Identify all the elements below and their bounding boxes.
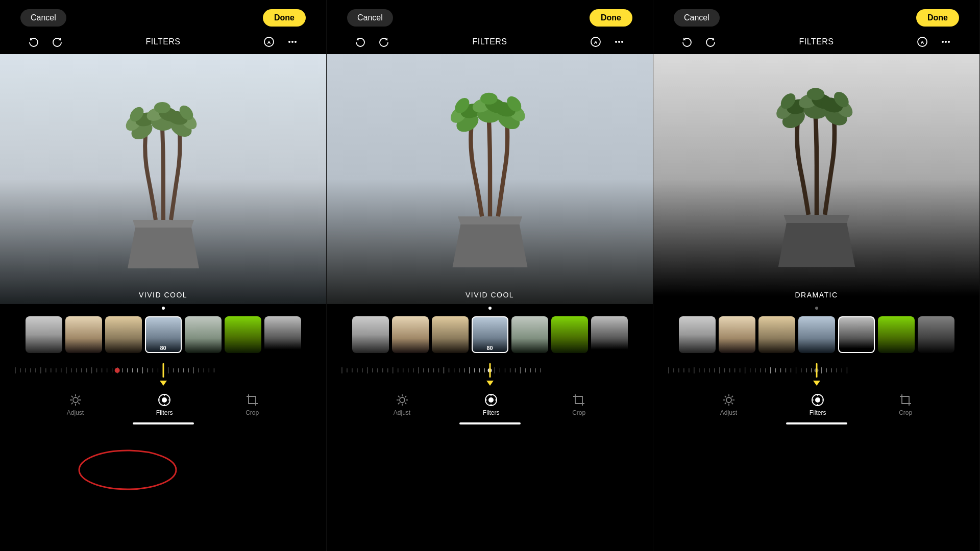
filter-thumb-4-2[interactable] bbox=[511, 316, 548, 353]
filter-strip-3 bbox=[653, 312, 979, 357]
filter-thumb-6-3[interactable] bbox=[918, 316, 954, 353]
toolbar2-right-2: A bbox=[587, 34, 627, 50]
cancel-button-2[interactable]: Cancel bbox=[347, 9, 393, 27]
crop-label-1: Crop bbox=[246, 409, 259, 416]
svg-point-82 bbox=[621, 41, 623, 43]
adjust-icon-3 bbox=[722, 393, 736, 407]
slider-track-1[interactable] bbox=[10, 361, 316, 380]
filter-thumb-1-2[interactable] bbox=[392, 316, 429, 353]
filters-icon-2 bbox=[484, 393, 498, 407]
crop-icon-3 bbox=[898, 393, 913, 407]
cancel-button-3[interactable]: Cancel bbox=[674, 9, 720, 27]
filter-thumb-1-1[interactable] bbox=[65, 316, 102, 353]
filters-label-nav-2: Filters bbox=[483, 409, 500, 416]
filter-thumb-4-1[interactable] bbox=[185, 316, 222, 353]
adjust-label-1: Adjust bbox=[67, 409, 84, 416]
filter-thumb-3-1[interactable]: 80 bbox=[145, 316, 182, 353]
filter-thumb-6-1[interactable] bbox=[264, 316, 301, 353]
done-button-1[interactable]: Done bbox=[263, 9, 306, 27]
slider-track-3[interactable] bbox=[664, 361, 969, 380]
toolbar2-left-1 bbox=[26, 34, 65, 50]
filter-thumb-2-1[interactable] bbox=[105, 316, 142, 353]
filter-thumb-0-1[interactable] bbox=[26, 316, 62, 353]
svg-point-12 bbox=[154, 102, 170, 113]
auto-icon-2[interactable]: A bbox=[587, 34, 604, 50]
filter-name-3: DRAMATIC bbox=[795, 291, 838, 299]
bottom-nav-3: Adjust Filters C bbox=[653, 386, 979, 422]
svg-marker-60 bbox=[160, 381, 167, 386]
bottom-indicator-1 bbox=[133, 422, 194, 424]
svg-line-217 bbox=[724, 403, 726, 404]
svg-text:A: A bbox=[594, 40, 598, 45]
done-button-2[interactable]: Done bbox=[590, 9, 632, 27]
nav-crop-3[interactable]: Crop bbox=[898, 393, 913, 416]
adjust-label-3: Adjust bbox=[720, 409, 737, 416]
svg-line-143 bbox=[398, 396, 399, 397]
filter-thumb-3-3[interactable] bbox=[798, 316, 835, 353]
more-icon-2[interactable] bbox=[611, 34, 627, 50]
filter-strip-2: 80 bbox=[327, 312, 653, 357]
crop-label-3: Crop bbox=[899, 409, 912, 416]
svg-line-214 bbox=[724, 396, 726, 397]
filters-label-1: FILTERS bbox=[145, 37, 180, 46]
redo-icon-2[interactable] bbox=[376, 34, 392, 50]
filter-thumb-0-2[interactable] bbox=[352, 316, 389, 353]
toolbar2-2: FILTERS A bbox=[327, 32, 653, 54]
auto-icon-1[interactable]: A bbox=[261, 34, 277, 50]
svg-point-3 bbox=[291, 41, 293, 43]
filter-thumb-6-2[interactable] bbox=[591, 316, 628, 353]
svg-point-157 bbox=[948, 41, 950, 43]
filter-thumb-1-3[interactable] bbox=[719, 316, 755, 353]
nav-crop-1[interactable]: Crop bbox=[245, 393, 259, 416]
auto-icon-3[interactable]: A bbox=[914, 34, 930, 50]
slider-area-3 bbox=[653, 357, 979, 386]
undo-icon-1[interactable] bbox=[26, 34, 42, 50]
svg-point-81 bbox=[618, 41, 620, 43]
filter-thumb-2-3[interactable] bbox=[758, 316, 795, 353]
nav-adjust-1[interactable]: Adjust bbox=[67, 393, 84, 416]
nav-adjust-2[interactable]: Adjust bbox=[394, 393, 410, 416]
phone-panel-1: Cancel Done FILTERS A bbox=[0, 0, 327, 551]
nav-filters-1[interactable]: Filters bbox=[156, 393, 173, 416]
svg-marker-208 bbox=[813, 381, 820, 386]
toolbar2-left-3 bbox=[679, 34, 719, 50]
filter-thumb-5-3[interactable] bbox=[878, 316, 915, 353]
svg-line-69 bbox=[78, 396, 80, 397]
filter-thumb-2-2[interactable] bbox=[432, 316, 469, 353]
phone-panel-2: Cancel Done FILTERS A bbox=[327, 0, 653, 551]
redo-icon-3[interactable] bbox=[702, 34, 719, 50]
undo-icon-3[interactable] bbox=[679, 34, 695, 50]
svg-point-4 bbox=[295, 41, 297, 43]
slider-track-2[interactable] bbox=[337, 361, 643, 380]
filter-thumb-5-1[interactable] bbox=[225, 316, 261, 353]
adjust-icon-1 bbox=[68, 393, 83, 407]
nav-adjust-3[interactable]: Adjust bbox=[720, 393, 737, 416]
nav-filters-3[interactable]: Filters bbox=[810, 393, 826, 416]
svg-rect-77 bbox=[249, 396, 256, 404]
svg-point-156 bbox=[945, 41, 947, 43]
svg-point-59 bbox=[115, 368, 120, 373]
redo-icon-1[interactable] bbox=[49, 34, 65, 50]
svg-line-146 bbox=[398, 403, 399, 404]
filter-name-1: VIVID COOL bbox=[139, 291, 187, 299]
top-bar-3: Cancel Done bbox=[653, 0, 979, 32]
dot-indicator-1 bbox=[162, 307, 165, 310]
svg-rect-58 bbox=[163, 363, 164, 378]
svg-point-80 bbox=[615, 41, 617, 43]
svg-point-62 bbox=[73, 397, 78, 403]
svg-line-216 bbox=[731, 396, 733, 397]
more-icon-3[interactable] bbox=[938, 34, 954, 50]
filter-thumb-3-2[interactable]: 80 bbox=[472, 316, 508, 353]
nav-crop-2[interactable]: Crop bbox=[572, 393, 586, 416]
crop-label-2: Crop bbox=[572, 409, 585, 416]
undo-icon-2[interactable] bbox=[352, 34, 369, 50]
filter-thumb-5-2[interactable] bbox=[551, 316, 588, 353]
bottom-nav-2: Adjust Filters C bbox=[327, 386, 653, 422]
filter-thumb-0-3[interactable] bbox=[679, 316, 716, 353]
more-icon-1[interactable] bbox=[284, 34, 301, 50]
done-button-3[interactable]: Done bbox=[916, 9, 959, 27]
nav-filters-2[interactable]: Filters bbox=[483, 393, 500, 416]
filter-thumb-4-3[interactable] bbox=[838, 316, 875, 353]
cancel-button-1[interactable]: Cancel bbox=[20, 9, 66, 27]
photo-area-3: DRAMATIC bbox=[653, 54, 979, 304]
